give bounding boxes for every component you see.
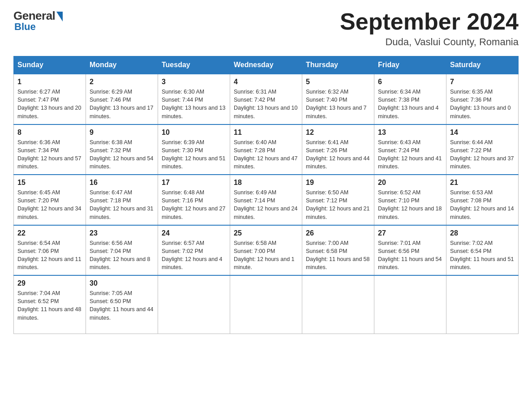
day-number: 19 (306, 179, 370, 187)
day-info: Sunrise: 6:56 AMSunset: 7:04 PMDaylight:… (90, 239, 154, 272)
day-cell-16: 16Sunrise: 6:47 AMSunset: 7:18 PMDayligh… (86, 175, 158, 225)
day-cell-13: 13Sunrise: 6:43 AMSunset: 7:24 PMDayligh… (374, 124, 446, 175)
calendar-title: September 2024 (340, 9, 519, 34)
day-cell-23: 23Sunrise: 6:56 AMSunset: 7:04 PMDayligh… (86, 225, 158, 276)
day-cell-9: 9Sunrise: 6:38 AMSunset: 7:32 PMDaylight… (86, 124, 158, 175)
empty-cell (374, 275, 446, 334)
day-info: Sunrise: 6:35 AMSunset: 7:36 PMDaylight:… (450, 88, 515, 120)
logo-arrow-icon (56, 12, 63, 21)
day-info: Sunrise: 6:27 AMSunset: 7:47 PMDaylight:… (17, 88, 82, 120)
day-cell-20: 20Sunrise: 6:52 AMSunset: 7:10 PMDayligh… (374, 175, 446, 225)
day-number: 26 (306, 229, 370, 237)
day-cell-5: 5Sunrise: 6:32 AMSunset: 7:40 PMDaylight… (302, 74, 374, 124)
day-number: 5 (306, 78, 370, 86)
day-info: Sunrise: 6:41 AMSunset: 7:26 PMDaylight:… (306, 138, 370, 171)
day-cell-1: 1Sunrise: 6:27 AMSunset: 7:47 PMDaylight… (14, 74, 86, 124)
day-cell-10: 10Sunrise: 6:39 AMSunset: 7:30 PMDayligh… (158, 124, 230, 175)
day-number: 8 (17, 128, 82, 137)
day-number: 4 (234, 78, 298, 86)
day-number: 18 (234, 179, 298, 187)
day-number: 9 (90, 128, 154, 137)
day-number: 17 (162, 179, 226, 187)
day-number: 28 (450, 229, 515, 237)
day-cell-2: 2Sunrise: 6:29 AMSunset: 7:46 PMDaylight… (86, 74, 158, 124)
calendar-week-2: 8Sunrise: 6:36 AMSunset: 7:34 PMDaylight… (14, 124, 519, 175)
day-info: Sunrise: 7:05 AMSunset: 6:50 PMDaylight:… (90, 289, 154, 322)
day-cell-19: 19Sunrise: 6:50 AMSunset: 7:12 PMDayligh… (302, 175, 374, 225)
day-number: 27 (378, 229, 442, 237)
day-info: Sunrise: 6:32 AMSunset: 7:40 PMDaylight:… (306, 88, 370, 120)
column-header-friday: Friday (374, 56, 446, 74)
day-number: 16 (90, 179, 154, 187)
day-cell-17: 17Sunrise: 6:48 AMSunset: 7:16 PMDayligh… (158, 175, 230, 225)
day-info: Sunrise: 7:01 AMSunset: 6:56 PMDaylight:… (378, 239, 442, 272)
day-number: 14 (450, 128, 515, 137)
day-cell-28: 28Sunrise: 7:02 AMSunset: 6:54 PMDayligh… (446, 225, 519, 276)
empty-cell (230, 275, 302, 334)
day-cell-11: 11Sunrise: 6:40 AMSunset: 7:28 PMDayligh… (230, 124, 302, 175)
day-info: Sunrise: 6:53 AMSunset: 7:08 PMDaylight:… (450, 188, 515, 221)
day-number: 20 (378, 179, 442, 187)
calendar-week-5: 29Sunrise: 7:04 AMSunset: 6:52 PMDayligh… (14, 275, 519, 334)
day-info: Sunrise: 6:49 AMSunset: 7:14 PMDaylight:… (234, 188, 298, 221)
day-number: 12 (306, 128, 370, 137)
day-info: Sunrise: 6:57 AMSunset: 7:02 PMDaylight:… (162, 239, 226, 272)
day-cell-15: 15Sunrise: 6:45 AMSunset: 7:20 PMDayligh… (14, 175, 86, 225)
day-cell-22: 22Sunrise: 6:54 AMSunset: 7:06 PMDayligh… (14, 225, 86, 276)
empty-cell (446, 275, 519, 334)
day-info: Sunrise: 6:58 AMSunset: 7:00 PMDaylight:… (234, 239, 298, 272)
day-number: 3 (162, 78, 226, 86)
day-info: Sunrise: 7:00 AMSunset: 6:58 PMDaylight:… (306, 239, 370, 272)
day-number: 24 (162, 229, 226, 237)
day-cell-18: 18Sunrise: 6:49 AMSunset: 7:14 PMDayligh… (230, 175, 302, 225)
calendar-week-3: 15Sunrise: 6:45 AMSunset: 7:20 PMDayligh… (14, 175, 519, 225)
empty-cell (302, 275, 374, 334)
page-header: General Blue September 2024 Duda, Vaslui… (13, 9, 519, 48)
day-info: Sunrise: 6:47 AMSunset: 7:18 PMDaylight:… (90, 188, 154, 221)
day-info: Sunrise: 6:48 AMSunset: 7:16 PMDaylight:… (162, 188, 226, 221)
day-cell-29: 29Sunrise: 7:04 AMSunset: 6:52 PMDayligh… (14, 275, 86, 334)
logo-blue-text: Blue (14, 21, 36, 33)
empty-cell (158, 275, 230, 334)
day-number: 7 (450, 78, 515, 86)
day-number: 21 (450, 179, 515, 187)
day-info: Sunrise: 6:40 AMSunset: 7:28 PMDaylight:… (234, 138, 298, 171)
day-info: Sunrise: 6:34 AMSunset: 7:38 PMDaylight:… (378, 88, 442, 120)
title-area: September 2024 Duda, Vaslui County, Roma… (340, 9, 519, 48)
column-header-tuesday: Tuesday (158, 56, 230, 74)
logo: General Blue (13, 9, 63, 33)
column-header-thursday: Thursday (302, 56, 374, 74)
day-cell-14: 14Sunrise: 6:44 AMSunset: 7:22 PMDayligh… (446, 124, 519, 175)
column-header-wednesday: Wednesday (230, 56, 302, 74)
day-number: 25 (234, 229, 298, 237)
day-cell-27: 27Sunrise: 7:01 AMSunset: 6:56 PMDayligh… (374, 225, 446, 276)
day-info: Sunrise: 6:30 AMSunset: 7:44 PMDaylight:… (162, 88, 226, 120)
calendar-table: SundayMondayTuesdayWednesdayThursdayFrid… (13, 56, 519, 334)
header-row: SundayMondayTuesdayWednesdayThursdayFrid… (14, 56, 519, 74)
day-info: Sunrise: 6:54 AMSunset: 7:06 PMDaylight:… (17, 239, 82, 272)
day-number: 22 (17, 229, 82, 237)
day-info: Sunrise: 6:44 AMSunset: 7:22 PMDaylight:… (450, 138, 515, 171)
column-header-saturday: Saturday (446, 56, 519, 74)
day-cell-8: 8Sunrise: 6:36 AMSunset: 7:34 PMDaylight… (14, 124, 86, 175)
day-cell-25: 25Sunrise: 6:58 AMSunset: 7:00 PMDayligh… (230, 225, 302, 276)
day-info: Sunrise: 6:45 AMSunset: 7:20 PMDaylight:… (17, 188, 82, 221)
day-number: 15 (17, 179, 82, 187)
day-number: 6 (378, 78, 442, 86)
column-header-monday: Monday (86, 56, 158, 74)
day-number: 13 (378, 128, 442, 137)
day-cell-12: 12Sunrise: 6:41 AMSunset: 7:26 PMDayligh… (302, 124, 374, 175)
day-cell-21: 21Sunrise: 6:53 AMSunset: 7:08 PMDayligh… (446, 175, 519, 225)
day-cell-3: 3Sunrise: 6:30 AMSunset: 7:44 PMDaylight… (158, 74, 230, 124)
day-info: Sunrise: 6:39 AMSunset: 7:30 PMDaylight:… (162, 138, 226, 171)
day-number: 23 (90, 229, 154, 237)
day-cell-26: 26Sunrise: 7:00 AMSunset: 6:58 PMDayligh… (302, 225, 374, 276)
day-number: 1 (17, 78, 82, 86)
day-number: 29 (17, 279, 82, 287)
day-info: Sunrise: 6:29 AMSunset: 7:46 PMDaylight:… (90, 88, 154, 120)
day-info: Sunrise: 6:52 AMSunset: 7:10 PMDaylight:… (378, 188, 442, 221)
day-number: 11 (234, 128, 298, 137)
day-cell-4: 4Sunrise: 6:31 AMSunset: 7:42 PMDaylight… (230, 74, 302, 124)
day-info: Sunrise: 6:31 AMSunset: 7:42 PMDaylight:… (234, 88, 298, 120)
day-cell-24: 24Sunrise: 6:57 AMSunset: 7:02 PMDayligh… (158, 225, 230, 276)
